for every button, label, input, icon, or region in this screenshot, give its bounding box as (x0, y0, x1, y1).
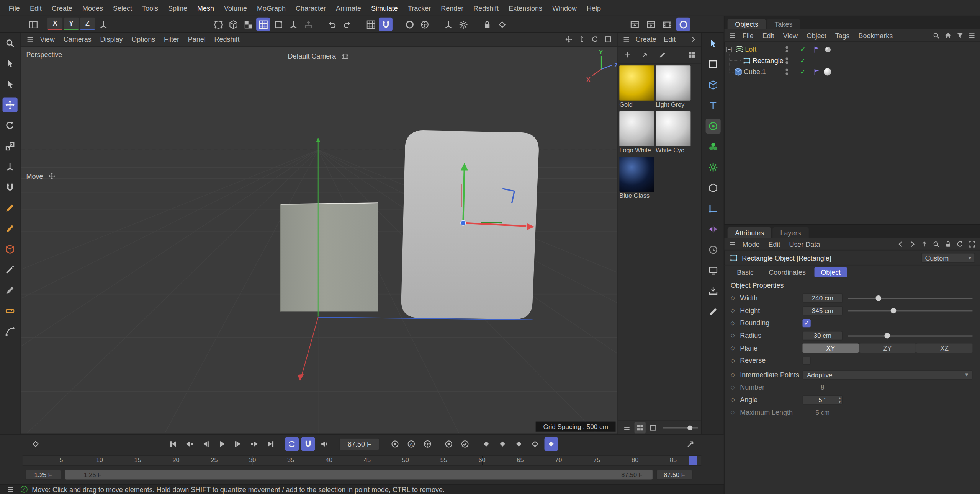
view-label[interactable]: Perspective (26, 51, 62, 58)
chevron-right-icon[interactable] (687, 34, 699, 45)
film-render-icon[interactable] (660, 18, 674, 31)
radius-slider[interactable] (848, 331, 973, 340)
list-view-icon[interactable] (621, 422, 632, 433)
annotation-tag-icon[interactable] (813, 45, 821, 53)
goto-start-icon[interactable] (166, 437, 180, 451)
radius-input[interactable]: 30 cm (803, 331, 843, 340)
search-icon[interactable] (931, 238, 942, 249)
objects-menu-view[interactable]: View (779, 29, 802, 42)
hamburger-icon[interactable] (621, 34, 632, 45)
width-slider[interactable] (848, 293, 973, 302)
key-position-icon[interactable] (479, 437, 493, 451)
width-input[interactable]: 240 cm (803, 293, 843, 302)
menu-window[interactable]: Window (547, 0, 582, 16)
forward-icon[interactable] (907, 238, 918, 249)
menu-simulate[interactable]: Simulate (366, 0, 403, 16)
pan-icon[interactable] (563, 34, 574, 45)
rotate-tool-icon[interactable] (3, 118, 18, 133)
redshift-live-icon[interactable] (676, 18, 690, 31)
play-icon[interactable] (215, 437, 229, 451)
keyframe-diamond-icon[interactable] (731, 295, 736, 301)
objects-menu-edit[interactable]: Edit (758, 29, 779, 42)
workplane-lock-icon[interactable] (480, 18, 494, 31)
goto-end-icon[interactable] (264, 437, 278, 451)
layout-panel-icon[interactable] (26, 18, 40, 31)
preset-dropdown[interactable]: Custom (921, 253, 975, 262)
spline-pen-icon[interactable] (3, 201, 18, 215)
menu-render[interactable]: Render (436, 0, 468, 16)
plane-xy-button[interactable]: XY (803, 343, 859, 352)
keyframe-diamond-icon[interactable] (731, 357, 736, 364)
objects-menu-object[interactable]: Object (802, 29, 831, 42)
material-gold[interactable]: Gold (619, 65, 654, 108)
planar-workplane-icon[interactable] (495, 18, 509, 31)
texture-mode-icon[interactable] (241, 18, 255, 31)
tab-coordinates[interactable]: Coordinates (762, 267, 812, 277)
hamburger-icon[interactable] (727, 30, 738, 41)
prev-frame-icon[interactable] (199, 437, 213, 451)
timeline-ruler[interactable]: 510152025303540455055606570758085 (23, 455, 701, 466)
plane-xz-button[interactable]: XZ (916, 343, 973, 352)
attributes-menu-user-data[interactable]: User Data (785, 238, 825, 250)
lock-icon[interactable] (942, 238, 954, 249)
hamburger-icon[interactable] (727, 238, 738, 249)
loop-icon[interactable] (285, 437, 299, 451)
cube-object[interactable] (281, 203, 378, 311)
sketch-pen-icon[interactable] (3, 221, 18, 236)
points-mode-icon[interactable] (271, 18, 285, 31)
quantize-icon[interactable] (379, 18, 393, 31)
modeling-axis-icon[interactable] (441, 18, 455, 31)
spinner-icon[interactable] (839, 396, 841, 403)
plane-icon[interactable] (705, 57, 720, 72)
attributes-menu-mode[interactable]: Mode (738, 238, 764, 250)
up-icon[interactable] (919, 238, 930, 249)
axis-z-button[interactable]: Z (80, 18, 95, 30)
viewport-menu-panel[interactable]: Panel (183, 32, 210, 47)
make-editable-icon[interactable] (211, 18, 225, 31)
record-objects-icon[interactable] (442, 437, 456, 451)
timeline-expand-icon[interactable] (684, 437, 697, 451)
menu-animate[interactable]: Animate (331, 0, 366, 16)
back-icon[interactable] (895, 238, 906, 249)
import-material-icon[interactable] (640, 49, 651, 60)
viewport-menu-view[interactable]: View (36, 32, 59, 47)
search-tool-icon[interactable] (3, 36, 18, 51)
record-materials-icon[interactable] (458, 437, 472, 451)
loft-object[interactable] (401, 130, 539, 319)
objects-menu-file[interactable]: File (738, 29, 758, 42)
keyframe-diamond-icon[interactable] (731, 332, 736, 338)
primitive-cube-icon[interactable] (3, 242, 18, 257)
material-tag-icon[interactable] (824, 68, 831, 76)
save-image-icon[interactable] (644, 18, 658, 31)
redo-icon[interactable] (340, 18, 354, 31)
keyframe-diamond-icon[interactable] (731, 320, 736, 326)
key-pla-icon[interactable] (544, 437, 558, 451)
text-object-icon[interactable] (705, 98, 720, 113)
viewport-menu-cameras[interactable]: Cameras (59, 32, 96, 47)
settings-gear-icon[interactable] (456, 18, 470, 31)
menu-tracker[interactable]: Tracker (403, 0, 436, 16)
knife-tool-icon[interactable] (3, 262, 18, 277)
dolly-icon[interactable] (576, 34, 587, 45)
objects-menu-bookmarks[interactable]: Bookmarks (854, 29, 897, 42)
next-frame-icon[interactable] (231, 437, 245, 451)
tree-label[interactable]: Cube.1 (744, 68, 766, 76)
workplane-corner-icon[interactable] (705, 201, 720, 216)
visibility-dots-icon[interactable] (785, 69, 788, 75)
current-frame-input[interactable]: 87.50 F (339, 438, 379, 450)
material-logo-white[interactable]: Logo White (619, 111, 654, 153)
live-selection-icon[interactable] (3, 77, 18, 92)
tab-objects[interactable]: Objects (728, 19, 766, 29)
enabled-check-icon[interactable] (800, 45, 806, 53)
small-icons-view-icon[interactable] (635, 422, 646, 433)
menu-mograph[interactable]: MoGraph (252, 0, 291, 16)
big-icons-view-icon[interactable] (648, 422, 659, 433)
menu-file[interactable]: File (4, 0, 25, 16)
objects-menu-tags[interactable]: Tags (831, 29, 854, 42)
import-tray-icon[interactable] (705, 284, 720, 298)
maximize-icon[interactable] (602, 34, 614, 45)
material-blue-glass[interactable]: Blue Glass (619, 157, 654, 199)
menu-tools[interactable]: Tools (137, 0, 163, 16)
model-mode-icon[interactable] (226, 18, 240, 31)
new-viewport-icon[interactable] (628, 18, 641, 31)
